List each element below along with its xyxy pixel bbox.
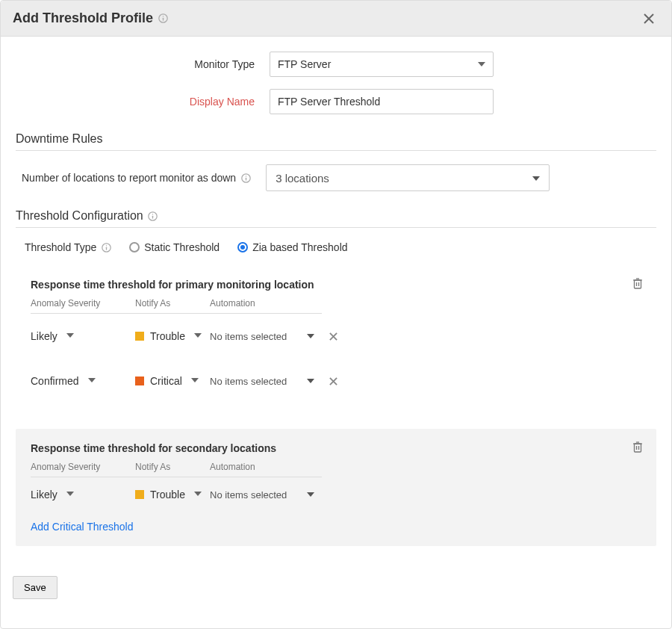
svg-rect-15: [106, 245, 107, 246]
notify-value: Trouble: [150, 489, 185, 501]
add-threshold-profile-panel: Add Threshold Profile Monitor Type FTP S…: [0, 0, 672, 629]
trash-icon[interactable]: [632, 441, 643, 455]
monitor-type-label: Monitor Type: [16, 58, 270, 70]
col-header-automation: Automation: [210, 298, 314, 309]
display-name-label: Display Name: [16, 96, 270, 108]
chevron-down-icon: [88, 377, 96, 385]
table-row: Likely Trouble No items selected: [31, 477, 641, 512]
chevron-down-icon: [194, 490, 202, 499]
panel-body: Monitor Type FTP Server Display Name FTP…: [1, 37, 671, 561]
svg-marker-22: [194, 333, 202, 338]
panel-title: Add Threshold Profile: [13, 10, 168, 26]
threshold-type-label-text: Threshold Type: [25, 241, 96, 253]
threshold-type-label: Threshold Type: [25, 241, 111, 253]
threshold-type-row: Threshold Type Static Threshold Zia base…: [25, 241, 656, 253]
chevron-down-icon: [478, 58, 485, 70]
downtime-locations-label: Number of locations to report monitor as…: [22, 172, 251, 184]
automation-select[interactable]: No items selected: [210, 489, 314, 501]
downtime-locations-row: Number of locations to report monitor as…: [22, 164, 656, 191]
notify-value: Trouble: [150, 330, 185, 342]
primary-card-title: Response time threshold for primary moni…: [31, 279, 641, 291]
status-color-icon: [135, 490, 144, 499]
svg-rect-8: [245, 176, 246, 176]
primary-threshold-card: Response time threshold for primary moni…: [16, 265, 656, 417]
svg-marker-38: [307, 492, 314, 497]
display-name-row: Display Name FTP Server Threshold: [16, 89, 656, 114]
automation-select[interactable]: No items selected: [210, 376, 314, 387]
severity-select[interactable]: Likely: [31, 330, 135, 342]
chevron-down-icon: [66, 490, 74, 499]
svg-marker-28: [307, 379, 314, 383]
locations-select[interactable]: 3 locations: [266, 164, 550, 191]
svg-rect-2: [162, 16, 163, 16]
chevron-down-icon: [66, 332, 74, 341]
save-button[interactable]: Save: [13, 576, 57, 599]
chevron-down-icon: [532, 172, 540, 185]
radio-static-threshold[interactable]: Static Threshold: [129, 241, 220, 253]
automation-value: No items selected: [210, 489, 287, 501]
severity-value: Confirmed: [31, 375, 79, 387]
secondary-threshold-card: Response time threshold for secondary lo…: [16, 429, 656, 546]
threshold-config-label: Threshold Configuration: [16, 209, 143, 223]
svg-marker-9: [532, 176, 540, 181]
secondary-column-headers: Anomaly Severity Notify As Automation: [31, 462, 322, 477]
col-header-automation: Automation: [210, 462, 314, 472]
chevron-down-icon: [307, 331, 314, 342]
page-title: Add Threshold Profile: [13, 10, 153, 26]
remove-row-icon[interactable]: [322, 332, 344, 341]
info-icon[interactable]: [240, 173, 251, 183]
status-color-icon: [135, 332, 144, 341]
downtime-locations-label-text: Number of locations to report monitor as…: [22, 172, 236, 184]
threshold-type-radio-group: Static Threshold Zia based Threshold: [129, 241, 347, 253]
status-color-icon: [135, 377, 144, 385]
table-row: Likely Trouble No items selected: [31, 314, 641, 359]
svg-marker-37: [194, 492, 202, 496]
automation-select[interactable]: No items selected: [210, 331, 314, 342]
col-header-severity: Anomaly Severity: [31, 298, 135, 309]
monitor-type-row: Monitor Type FTP Server: [16, 52, 656, 77]
secondary-card-title: Response time threshold for secondary lo…: [31, 442, 641, 454]
svg-marker-23: [307, 334, 314, 338]
notify-select[interactable]: Trouble: [135, 489, 210, 501]
severity-select[interactable]: Likely: [31, 489, 135, 501]
svg-marker-21: [66, 333, 74, 338]
svg-marker-5: [478, 62, 485, 66]
notify-select[interactable]: Critical: [135, 375, 210, 387]
svg-rect-16: [635, 280, 641, 288]
info-icon[interactable]: [148, 211, 158, 221]
automation-value: No items selected: [210, 376, 287, 387]
severity-value: Likely: [31, 330, 57, 342]
display-name-input[interactable]: FTP Server Threshold: [270, 89, 494, 114]
svg-rect-1: [162, 18, 163, 21]
info-icon[interactable]: [101, 242, 111, 252]
threshold-config-title: Threshold Configuration: [16, 209, 656, 223]
svg-rect-7: [245, 177, 246, 180]
primary-column-headers: Anomaly Severity Notify As Automation: [31, 298, 322, 314]
chevron-down-icon: [307, 376, 314, 387]
chevron-down-icon: [194, 332, 202, 341]
divider: [16, 150, 656, 151]
table-row: Confirmed Critical No items selected: [31, 359, 641, 403]
radio-icon: [237, 242, 248, 252]
monitor-type-select[interactable]: FTP Server: [270, 52, 494, 77]
add-critical-threshold-link[interactable]: Add Critical Threshold: [31, 521, 133, 533]
severity-value: Likely: [31, 489, 57, 501]
notify-value: Critical: [150, 375, 182, 387]
downtime-rules-label: Downtime Rules: [16, 132, 102, 146]
radio-zia-threshold[interactable]: Zia based Threshold: [237, 241, 347, 253]
info-icon[interactable]: [158, 13, 168, 24]
notify-select[interactable]: Trouble: [135, 330, 210, 342]
svg-rect-31: [635, 444, 641, 452]
radio-static-label: Static Threshold: [144, 241, 220, 253]
close-icon[interactable]: [638, 8, 659, 29]
divider: [16, 227, 656, 228]
col-header-severity: Anomaly Severity: [31, 462, 135, 472]
trash-icon[interactable]: [632, 277, 643, 291]
svg-marker-36: [66, 492, 74, 496]
remove-row-icon[interactable]: [322, 377, 344, 385]
radio-icon: [129, 242, 140, 252]
panel-header: Add Threshold Profile: [1, 1, 671, 37]
severity-select[interactable]: Confirmed: [31, 375, 135, 387]
col-header-notify: Notify As: [135, 462, 210, 472]
locations-value: 3 locations: [276, 172, 329, 185]
